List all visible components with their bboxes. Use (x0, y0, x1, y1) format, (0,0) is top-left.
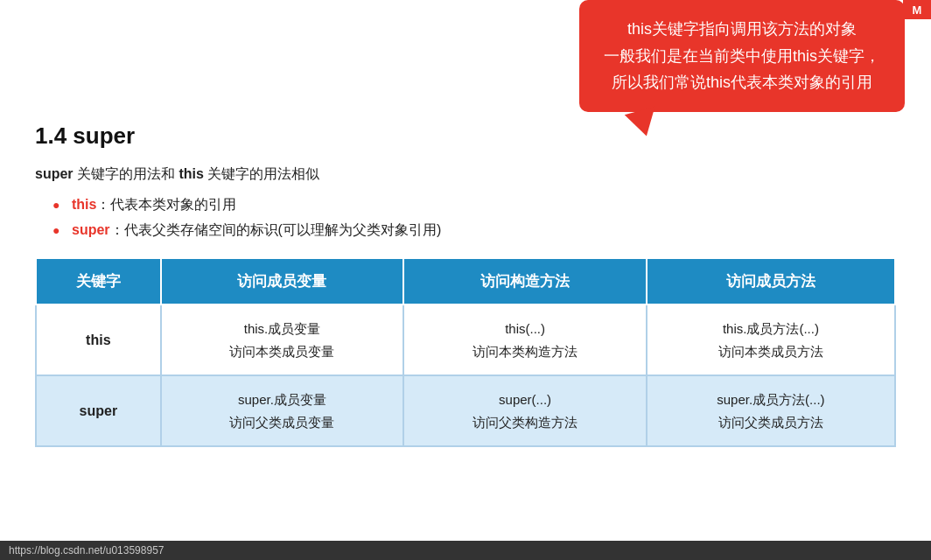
badge-label: M (913, 4, 922, 17)
desc-suffix-text: 关键字的用法相似 (204, 166, 319, 181)
callout-box: this关键字指向调用该方法的对象 一般我们是在当前类中使用this关键字， 所… (579, 0, 905, 112)
col-header-member-method: 访问成员方法 (647, 258, 895, 304)
bullet-this-keyword: this (72, 197, 96, 212)
cell-this-constructor: this(...)访问本类构造方法 (403, 304, 647, 375)
callout-line2: 一般我们是在当前类中使用this关键字， (604, 43, 880, 70)
callout-line1: this关键字指向调用该方法的对象 (604, 16, 880, 43)
cell-super-keyword: super (36, 375, 161, 446)
bullet-item-this: this：代表本类对象的引用 (52, 196, 896, 214)
comparison-table: 关键字 访问成员变量 访问构造方法 访问成员方法 this this.成员变量访… (35, 257, 896, 447)
col-header-keyword: 关键字 (36, 258, 161, 304)
col-header-constructor: 访问构造方法 (403, 258, 647, 304)
cell-super-member-method: super.成员方法(...)访问父类成员方法 (647, 375, 895, 446)
section-heading: 1.4 super (35, 122, 896, 150)
desc-this-keyword: this (178, 166, 203, 181)
top-badge: M (903, 0, 931, 19)
bullet-super-keyword: super (72, 222, 110, 237)
desc-middle-text: 关键字的用法和 (74, 166, 179, 181)
bullet-super-text: 代表父类存储空间的标识(可以理解为父类对象引用) (124, 222, 442, 237)
table-row-this: this this.成员变量访问本类成员变量 this(...)访问本类构造方法… (36, 304, 895, 375)
bullet-this-colon: ： (96, 197, 110, 212)
description-paragraph: super 关键字的用法和 this 关键字的用法相似 (35, 165, 896, 184)
table-header-row: 关键字 访问成员变量 访问构造方法 访问成员方法 (36, 258, 895, 304)
url-text: https://blog.csdn.net/u013598957 (9, 544, 164, 556)
cell-this-member-var: this.成员变量访问本类成员变量 (161, 304, 404, 375)
table-row-super: super super.成员变量访问父类成员变量 super(...)访问父类构… (36, 375, 895, 446)
desc-super-keyword: super (35, 166, 74, 181)
url-bar: https://blog.csdn.net/u013598957 (0, 541, 931, 560)
bullet-list: this：代表本类对象的引用 super：代表父类存储空间的标识(可以理解为父类… (52, 196, 896, 240)
bullet-super-colon: ： (110, 222, 124, 237)
callout-line3: 所以我们常说this代表本类对象的引用 (604, 69, 880, 96)
cell-super-constructor: super(...)访问父类构造方法 (403, 375, 647, 446)
page-container: this关键字指向调用该方法的对象 一般我们是在当前类中使用this关键字， 所… (0, 0, 931, 560)
bullet-item-super: super：代表父类存储空间的标识(可以理解为父类对象引用) (52, 221, 896, 240)
cell-super-member-var: super.成员变量访问父类成员变量 (161, 375, 404, 446)
col-header-member-var: 访问成员变量 (161, 258, 404, 304)
cell-this-member-method: this.成员方法(...)访问本类成员方法 (647, 304, 895, 375)
cell-this-keyword: this (36, 304, 161, 375)
bullet-this-text: 代表本类对象的引用 (110, 197, 236, 212)
